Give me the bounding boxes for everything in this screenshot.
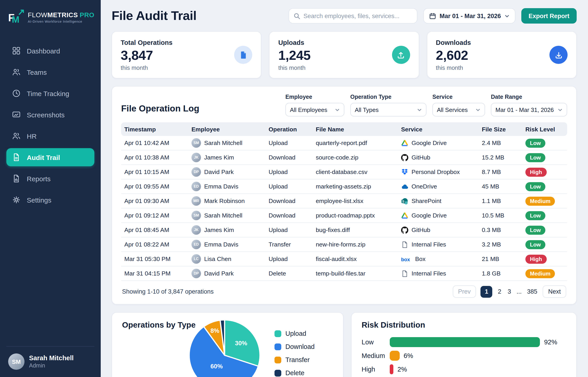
cell-service: SSharePoint: [398, 197, 479, 205]
page-title: File Audit Trail: [112, 9, 283, 23]
cell-file-name: source-code.zip: [313, 154, 398, 161]
sidebar-user[interactable]: SM Sarah Mitchell Admin: [6, 346, 94, 377]
sharepoint-icon: S: [401, 197, 408, 205]
cell-file-name: temp-build-files.tar: [313, 270, 398, 277]
cell-service: Google Drive: [398, 212, 479, 219]
pagination-prev-button[interactable]: Prev: [452, 285, 476, 298]
column-header-service: Service: [398, 126, 479, 132]
risk-badge: Medium: [525, 269, 555, 278]
sidebar-item-time-tracking[interactable]: Time Tracking: [6, 84, 94, 102]
cell-risk-level: High: [522, 254, 564, 263]
pie-legend: UploadDownloadTransferDelete: [275, 330, 315, 377]
search-box[interactable]: [288, 8, 417, 24]
cell-employee: JKJames Kim: [188, 153, 265, 162]
table-row[interactable]: Apr 01 10:38 AMJKJames KimDownloadsource…: [121, 151, 567, 165]
chevron-down-icon: [558, 107, 563, 112]
cell-service: OneDrive: [398, 183, 479, 190]
sidebar-item-hr[interactable]: HR: [6, 127, 94, 145]
stat-value: 3,847: [121, 48, 252, 63]
cell-timestamp: Apr 01 10:42 AM: [121, 140, 188, 146]
pie-data-label: 60%: [211, 363, 223, 370]
cell-file-size: 15.2 MB: [479, 154, 522, 161]
cell-employee: DPDavid Park: [188, 167, 265, 177]
sidebar-item-label: HR: [27, 132, 37, 140]
sidebar-item-label: Dashboard: [27, 47, 60, 55]
service-name: GitHub: [412, 226, 430, 233]
pie-data-label: 8%: [211, 327, 219, 334]
employee-name: David Park: [204, 169, 234, 175]
table-row[interactable]: Apr 01 08:45 AMJKJames KimUploadbug-fixe…: [121, 223, 567, 237]
table-row[interactable]: Apr 01 09:12 AMSMSarah MitchellDownloadp…: [121, 208, 567, 223]
cell-employee: JKJames Kim: [188, 225, 265, 235]
sidebar-item-reports[interactable]: Reports: [6, 169, 94, 188]
filter-label: Service: [432, 94, 485, 100]
sidebar-item-audit-trail[interactable]: Audit Trail: [6, 148, 94, 166]
cell-file-name: client-database.csv: [313, 169, 398, 175]
pagination-page-385[interactable]: 385: [526, 288, 538, 295]
search-input[interactable]: [303, 12, 413, 19]
risk-value-label: 2%: [398, 366, 407, 373]
cell-risk-level: Low: [522, 240, 564, 249]
cell-operation: Upload: [265, 256, 313, 262]
filter-select-employee[interactable]: All Employees: [285, 103, 344, 117]
sidebar-item-label: Settings: [27, 196, 51, 204]
sidebar-item-teams[interactable]: Teams: [6, 63, 94, 81]
risk-badge: High: [525, 167, 547, 177]
cell-risk-level: Medium: [522, 269, 564, 278]
sidebar: FM FLOWMETRICSPRO AI-Driven Workforce In…: [0, 0, 101, 377]
trend-arrow-icon: [19, 9, 25, 15]
table-row[interactable]: Mar 31 04:15 PMDPDavid ParkDeletetemp-bu…: [121, 266, 567, 281]
service-name: Internal Files: [412, 270, 446, 277]
search-icon: [294, 12, 300, 19]
pagination-page-1[interactable]: 1: [481, 286, 492, 297]
bar-chart-title: Risk Distribution: [362, 320, 566, 330]
export-report-button[interactable]: Export Report: [521, 8, 577, 24]
cell-file-size: 2.4 MB: [479, 140, 522, 146]
table-row[interactable]: Apr 01 10:15 AMDPDavid ParkUploadclient-…: [121, 165, 567, 179]
risk-bar: [390, 364, 393, 374]
sidebar-item-label: Reports: [27, 175, 50, 182]
filter-select-service[interactable]: All Services: [432, 103, 485, 117]
table-row[interactable]: Apr 01 09:55 AMEDEmma DavisUploadmarketi…: [121, 179, 567, 194]
employee-avatar: JK: [191, 225, 201, 235]
date-range-button[interactable]: Mar 01 - Mar 31, 2026: [423, 8, 515, 24]
cell-operation: Upload: [265, 183, 313, 190]
filter-label: Date Range: [491, 94, 567, 100]
filter-select-date-range[interactable]: Mar 01 - Mar 31, 2026: [491, 103, 567, 117]
column-header-file-size: File Size: [479, 126, 522, 132]
risk-category-label: Low: [362, 339, 390, 346]
gdrive-icon: [401, 212, 408, 219]
table-row[interactable]: Apr 01 08:22 AMEDEmma DavisTransfernew-h…: [121, 237, 567, 252]
employee-name: Emma Davis: [204, 183, 238, 190]
sidebar-item-screenshots[interactable]: Screenshots: [6, 106, 94, 124]
onedrive-icon: [401, 183, 408, 190]
cell-risk-level: Low: [522, 138, 564, 147]
dashboard-icon: [12, 46, 21, 55]
risk-bar: [390, 351, 400, 361]
stat-label: Total Operations: [121, 39, 252, 46]
table-row[interactable]: Apr 01 09:30 AMMRMark RobinsonDownloadem…: [121, 194, 567, 208]
table-row[interactable]: Apr 01 10:42 AMSMSarah MitchellUploadqua…: [121, 136, 567, 151]
pagination-next-button[interactable]: Next: [543, 285, 566, 298]
employee-name: James Kim: [204, 226, 234, 233]
chevron-down-icon: [335, 107, 340, 112]
filter-select-operation-type[interactable]: All Types: [350, 103, 426, 117]
employee-avatar: LC: [191, 254, 201, 264]
sidebar-item-dashboard[interactable]: Dashboard: [6, 42, 94, 60]
hr-icon: [12, 131, 21, 141]
employee-name: Mark Robinson: [204, 198, 245, 204]
internal-icon: [401, 270, 408, 277]
risk-category-label: High: [362, 366, 390, 373]
risk-value-label: 92%: [544, 339, 557, 346]
service-name: Personal Dropbox: [412, 169, 460, 175]
filter-value: All Employees: [290, 106, 335, 113]
legend-swatch: [275, 369, 281, 376]
cell-file-name: fiscal-audit.xlsx: [313, 256, 398, 262]
legend-swatch: [275, 343, 281, 350]
sidebar-item-settings[interactable]: Settings: [6, 191, 94, 209]
brand-tagline: AI-Driven Workforce Intelligence: [28, 20, 94, 24]
cell-timestamp: Apr 01 08:22 AM: [121, 241, 188, 248]
table-row[interactable]: Mar 31 05:30 PMLCLisa ChenUploadfiscal-a…: [121, 252, 567, 266]
pagination-page-2[interactable]: 2: [497, 288, 502, 295]
pagination-page-3[interactable]: 3: [507, 288, 512, 295]
